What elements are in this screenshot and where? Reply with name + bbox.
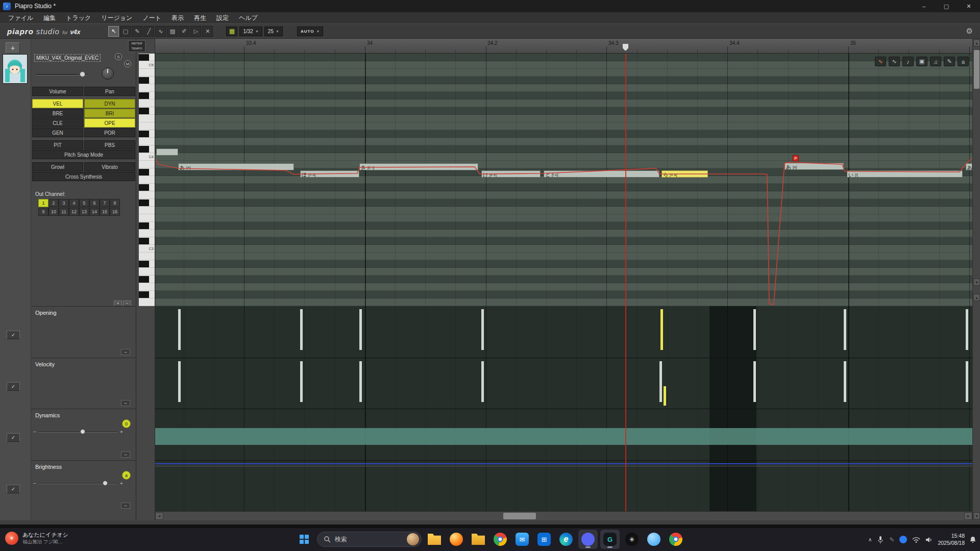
velocity-bar[interactable] (359, 361, 362, 402)
cle-button[interactable]: CLE (32, 118, 83, 128)
out-channel-15[interactable]: 15 (100, 208, 110, 216)
taskbar-clock[interactable]: 15:48 2025/08/18 (938, 533, 965, 546)
white-key[interactable] (139, 268, 155, 276)
curve-tool[interactable]: ∿ (155, 26, 166, 37)
snap-value-dropdown[interactable]: 1/32 ▼ (239, 27, 262, 36)
menu-item-1[interactable]: 編集 (38, 12, 61, 23)
white-key[interactable] (139, 283, 155, 291)
menu-item-8[interactable]: ヘルプ (234, 12, 263, 23)
white-key[interactable] (139, 176, 155, 184)
black-key[interactable] (139, 77, 155, 84)
notification-bell-icon[interactable] (970, 536, 976, 543)
horizontal-scroll-thumb[interactable] (503, 513, 536, 519)
slider-knob[interactable] (80, 429, 85, 434)
minimize-button[interactable]: – (913, 0, 935, 12)
note-ほ[interactable]: ほ[h a] (300, 170, 359, 178)
chrome-icon[interactable] (491, 530, 510, 549)
velocity-bar[interactable] (659, 361, 662, 402)
ope-button[interactable]: OPE (84, 118, 135, 128)
out-channel-10[interactable]: 10 (48, 208, 59, 216)
out-channel-13[interactable]: 13 (79, 208, 89, 216)
brightness-line[interactable] (155, 463, 972, 464)
opening-bar[interactable] (359, 309, 362, 350)
opening-bar[interactable] (966, 309, 968, 350)
menu-item-5[interactable]: 表示 (166, 12, 189, 23)
out-channel-4[interactable]: 4 (69, 199, 79, 207)
note-き[interactable]: き[k' i] (359, 163, 478, 170)
pbs-button[interactable]: PBS (84, 140, 135, 149)
white-key[interactable] (139, 214, 155, 222)
chrome-profile-icon[interactable] (666, 530, 685, 549)
lane-badge[interactable]: a (122, 471, 131, 480)
gen-button[interactable]: GEN (32, 128, 83, 137)
monitor-button[interactable]: ♪ (902, 57, 914, 66)
slider-plus[interactable]: + (120, 481, 123, 486)
meter-tempo-box[interactable]: METER TEMPO (128, 40, 145, 52)
piano-roll[interactable]: あ[a]ほ[h a]き[k' i]け[k e]と[t o]ら[4 a]あ[a]P… (155, 54, 972, 306)
maximize-button[interactable]: ▢ (935, 0, 958, 12)
mail-icon[interactable]: ✉ (512, 530, 532, 549)
track-name[interactable]: MIKU_V4X_Original_EVEC (34, 54, 101, 62)
scroll-right-arrow[interactable]: ▸ (964, 512, 972, 520)
search-highlight-image[interactable] (407, 533, 419, 545)
white-key[interactable] (139, 191, 155, 199)
black-key[interactable] (139, 237, 155, 245)
white-key[interactable] (139, 298, 155, 306)
start-button[interactable] (295, 530, 314, 549)
scroll-down-arrow[interactable]: ▼ (973, 279, 980, 286)
black-key[interactable] (139, 199, 155, 207)
dynamics-band[interactable] (155, 428, 972, 445)
pitch-snap-mode-button[interactable]: Pitch Snap Mode (32, 150, 135, 159)
playhead-line[interactable] (625, 54, 626, 306)
opening-bar[interactable] (178, 309, 181, 350)
file-explorer-icon[interactable] (425, 530, 444, 549)
lane-checkbox-brightness[interactable]: ✓ (7, 485, 20, 493)
vertical-scrollbar[interactable]: ▲ ▼ ▲ ▼ (972, 39, 980, 520)
note-properties-button[interactable]: ♫ (930, 57, 941, 66)
horizontal-scrollbar[interactable]: ◂ ▸ (155, 511, 972, 520)
lane-collapse-button[interactable]: – (121, 452, 130, 458)
white-key[interactable] (139, 69, 155, 77)
opening-bar[interactable] (844, 309, 846, 350)
velocity-bar[interactable] (844, 361, 846, 402)
menu-item-4[interactable]: ノート (137, 12, 166, 23)
growl-button[interactable]: Growl (32, 162, 83, 171)
bre-button[interactable]: BRE (32, 109, 83, 118)
lane-checkbox-dynamics[interactable]: ✓ (7, 433, 20, 442)
portamento-flag[interactable]: P (793, 155, 799, 161)
black-key[interactable] (139, 222, 155, 230)
lane-slider[interactable]: −+ (33, 429, 133, 436)
param-zoom-in-button[interactable]: + (114, 300, 122, 306)
black-key[interactable] (139, 54, 155, 61)
params-scroll-down-arrow[interactable]: ▼ (973, 512, 980, 519)
taskbar-widget[interactable]: ☀ あなたにイチオシ 福山雅治 フジ閣… (5, 531, 68, 545)
volume-icon[interactable] (925, 537, 933, 543)
menu-item-2[interactable]: トラック (61, 12, 96, 23)
black-key[interactable] (139, 145, 155, 153)
out-channel-9[interactable]: 9 (38, 208, 48, 216)
avatar[interactable] (3, 54, 28, 84)
out-channel-1[interactable]: 1 (38, 199, 48, 207)
white-key[interactable] (139, 99, 155, 107)
out-channel-12[interactable]: 12 (69, 208, 79, 216)
close-button[interactable]: ✕ (958, 0, 980, 12)
bluesky-icon[interactable] (644, 530, 664, 549)
draw-button[interactable]: ✎ (944, 57, 955, 66)
white-key[interactable] (139, 122, 155, 130)
copy-event-button[interactable]: ▣ (916, 57, 927, 66)
velocity-bar[interactable] (664, 386, 666, 406)
lane-slider[interactable]: −+ (33, 480, 133, 487)
white-key[interactable] (139, 207, 155, 214)
black-key[interactable] (139, 291, 155, 298)
mute-button[interactable]: M (124, 60, 131, 67)
discord-icon[interactable] (578, 530, 598, 549)
black-key[interactable] (139, 276, 155, 283)
pan-button[interactable]: Pan (84, 87, 135, 96)
grid-snap-icon[interactable]: ▦ (226, 27, 237, 36)
slider-minus[interactable]: − (33, 481, 36, 486)
parameter-lanes[interactable] (155, 306, 972, 511)
white-key[interactable] (139, 138, 155, 145)
opening-bar[interactable] (660, 309, 663, 350)
vel-button[interactable]: VEL (32, 99, 83, 108)
white-key[interactable] (139, 253, 155, 260)
